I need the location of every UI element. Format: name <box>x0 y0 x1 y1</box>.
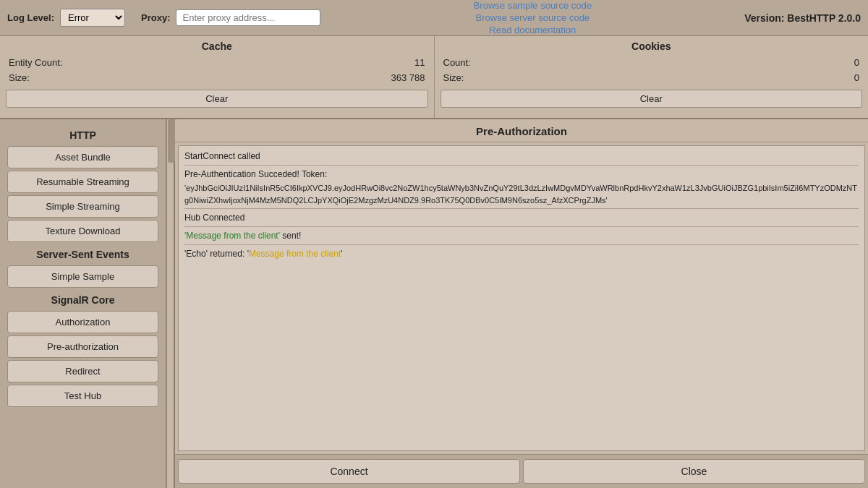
sidebar-signalr-title: SignalR Core <box>7 290 158 309</box>
close-button[interactable]: Close <box>523 459 865 484</box>
cache-size-label: Size: <box>9 72 30 83</box>
connect-button[interactable]: Connect <box>178 459 520 484</box>
log-separator <box>184 208 859 209</box>
log-line: Hub Connected <box>184 210 859 225</box>
log-line: 'eyJhbGciOiJIUzI1NiIsInR5cCI6IkpXVCJ9.ey… <box>184 181 859 207</box>
top-bar: Log Level: Error Warning Info Debug Prox… <box>0 0 868 36</box>
cache-entity-label: Entity Count: <box>9 57 62 68</box>
sidebar-item-authorization[interactable]: Authorization <box>7 311 158 333</box>
content-panel: Pre-Authorization StartConnect called Pr… <box>175 119 868 488</box>
sidebar-item-test-hub[interactable]: Test Hub <box>7 385 158 407</box>
proxy-label: Proxy: <box>141 12 170 23</box>
cache-title: Cache <box>0 36 434 55</box>
sidebar-item-simple-sample[interactable]: Simple Sample <box>7 265 158 288</box>
cookies-size-label: Size: <box>443 72 464 83</box>
top-bar-center: Browse sample source code Browse server … <box>320 0 744 35</box>
sidebar-item-pre-authorization[interactable]: Pre-authorization <box>7 335 158 358</box>
sidebar-http-title: HTTP <box>7 125 158 144</box>
content-footer: Connect Close <box>175 454 868 488</box>
sidebar-item-redirect[interactable]: Redirect <box>7 360 158 382</box>
cache-panel: Cache Entity Count: 11 Size: 363 788 Cle… <box>0 36 435 118</box>
scrollbar-thumb <box>168 119 175 163</box>
sidebar-sse-title: Server-Sent Events <box>7 244 158 263</box>
cache-entity-row: Entity Count: 11 <box>0 55 434 70</box>
log-text-green: 'Message from the client' <box>184 231 280 241</box>
cache-entity-value: 11 <box>414 57 425 68</box>
browse-server-link[interactable]: Browse server source code <box>476 12 590 23</box>
browse-sample-link[interactable]: Browse sample source code <box>474 0 592 11</box>
cache-size-value: 363 788 <box>391 72 425 83</box>
cookies-size-row: Size: 0 <box>435 70 869 85</box>
sidebar-item-simple-streaming[interactable]: Simple Streaming <box>7 195 158 218</box>
sidebar-item-texture-download[interactable]: Texture Download <box>7 220 158 242</box>
read-docs-link[interactable]: Read documentation <box>489 25 576 35</box>
log-level-label: Log Level: <box>7 12 54 23</box>
cookies-panel: Cookies Count: 0 Size: 0 Clear <box>435 36 869 118</box>
log-separator <box>184 165 859 166</box>
cookies-clear-button[interactable]: Clear <box>441 90 863 108</box>
version-label: Version: BestHTTP 2.0.0 <box>744 12 861 24</box>
cookies-count-row: Count: 0 <box>435 55 869 70</box>
cookies-count-label: Count: <box>443 57 471 68</box>
log-separator <box>184 226 859 227</box>
info-panel: Cache Entity Count: 11 Size: 363 788 Cle… <box>0 36 868 119</box>
sidebar-item-resumable-streaming[interactable]: Resumable Streaming <box>7 171 158 193</box>
cookies-size-value: 0 <box>854 72 859 83</box>
main-area: HTTP Asset Bundle Resumable Streaming Si… <box>0 119 868 488</box>
log-line: Pre-Authentication Succeded! Token: <box>184 167 859 181</box>
log-level-select[interactable]: Error Warning Info Debug <box>60 9 125 27</box>
cookies-count-value: 0 <box>854 57 859 68</box>
sidebar-item-asset-bundle[interactable]: Asset Bundle <box>7 146 158 168</box>
log-text-yellow: Message from the client <box>249 249 341 259</box>
cache-size-row: Size: 363 788 <box>0 70 434 85</box>
proxy-input[interactable] <box>176 9 320 26</box>
top-bar-left: Log Level: Error Warning Info Debug Prox… <box>7 9 320 27</box>
cache-clear-button[interactable]: Clear <box>6 90 428 108</box>
sidebar-wrapper: HTTP Asset Bundle Resumable Streaming Si… <box>0 119 175 488</box>
log-line: StartConnect called <box>184 149 859 163</box>
log-line: 'Echo' returned: 'Message from the clien… <box>184 247 859 261</box>
sidebar: HTTP Asset Bundle Resumable Streaming Si… <box>0 119 166 488</box>
log-separator <box>184 244 859 245</box>
cookies-title: Cookies <box>435 36 869 55</box>
sidebar-scrollbar[interactable] <box>166 119 175 488</box>
log-line: 'Message from the client' sent! <box>184 228 859 243</box>
content-log[interactable]: StartConnect called Pre-Authentication S… <box>178 145 865 451</box>
content-title: Pre-Authorization <box>175 119 868 142</box>
